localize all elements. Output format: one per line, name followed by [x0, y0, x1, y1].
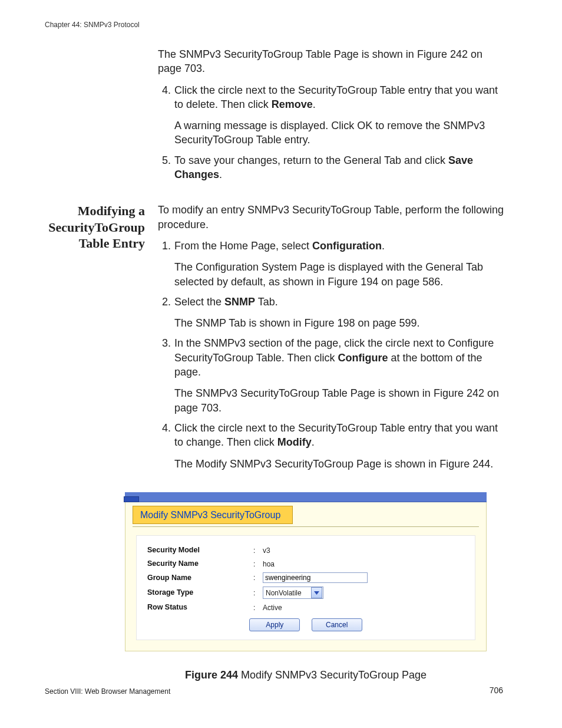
label-storage-type: Storage Type [147, 588, 253, 598]
bold-run: Modify [277, 436, 312, 448]
colon: : [253, 573, 260, 582]
apply-button[interactable]: Apply [249, 618, 300, 631]
cancel-button[interactable]: Cancel [312, 618, 362, 631]
colon: : [253, 588, 260, 598]
step-followup: The Configuration System Page is display… [174, 260, 504, 289]
step-number: 1. [158, 239, 172, 289]
text-run: From the Home Page, select [174, 240, 312, 252]
window-tab-strip [125, 492, 487, 502]
bold-run: Configuration [312, 240, 382, 252]
svg-marker-0 [314, 591, 319, 595]
continuation-block: The SNMPv3 SecurityToGroup Table Page is… [45, 47, 504, 187]
footer-left: Section VIII: Web Browser Management [45, 687, 170, 696]
row-security-name: Security Name : hoa [147, 559, 464, 569]
row-security-model: Security Model : v3 [147, 545, 464, 555]
colon: : [253, 546, 260, 555]
row-row-status: Row Status : Active [147, 602, 464, 612]
step-followup: A warning message is displayed. Click OK… [174, 118, 504, 147]
text-run: . [312, 436, 315, 448]
step-text: Click the circle next to the SecurityToG… [174, 83, 504, 112]
top-step-4: 4. Click the circle next to the Security… [158, 83, 504, 147]
value-security-model: v3 [260, 546, 464, 555]
step-1: 1. From the Home Page, select Configurat… [158, 239, 504, 289]
step-followup: The SNMPv3 SecurityToGroup Table Page is… [174, 386, 504, 415]
step-text: From the Home Page, select Configuration… [174, 239, 504, 253]
procedure-steps: 1. From the Home Page, select Configurat… [158, 239, 504, 471]
content-area: The SNMPv3 SecurityToGroup Table Page is… [45, 47, 504, 683]
text-run: . [382, 240, 385, 252]
step-text: Select the SNMP Tab. [174, 295, 504, 309]
step-text: In the SNMPv3 section of the page, click… [174, 336, 504, 379]
window-tab-icon [124, 496, 139, 502]
bold-run: Configure [338, 352, 388, 364]
step-4: 4. Click the circle next to the Security… [158, 421, 504, 471]
top-steps: 4. Click the circle next to the Security… [158, 83, 504, 182]
intro-para: The SNMPv3 SecurityToGroup Table Page is… [158, 47, 504, 76]
text-run: Click the circle next to the SecurityToG… [174, 84, 498, 110]
section-intro: To modify an entry SNMPv3 SecurityToGrou… [158, 203, 504, 232]
page-number: 706 [490, 685, 503, 696]
row-group-name: Group Name : [147, 572, 464, 583]
running-head: Chapter 44: SNMPv3 Protocol [45, 20, 140, 29]
step-3: 3. In the SNMPv3 section of the page, cl… [158, 336, 504, 414]
chevron-down-icon[interactable] [311, 587, 322, 598]
panel-divider [133, 526, 479, 527]
step-number: 3. [158, 336, 172, 414]
figure-label: Figure 244 [185, 669, 238, 681]
text-run: Tab. [255, 296, 278, 308]
figure-caption: Figure 244 Modify SNMPv3 SecurityToGroup… [125, 668, 487, 682]
storage-type-select[interactable]: NonVolatile [263, 587, 323, 599]
label-security-name: Security Name [147, 559, 253, 569]
step-text: To save your changes, return to the Gene… [174, 153, 504, 182]
step-followup: The SNMP Tab is shown in Figure 198 on p… [174, 316, 504, 330]
step-number: 2. [158, 295, 172, 331]
step-number: 5. [158, 153, 172, 182]
button-row: Apply Cancel [147, 618, 464, 631]
step-number: 4. [158, 421, 172, 471]
row-storage-type: Storage Type : NonVolatile [147, 587, 464, 599]
text-run: To save your changes, return to the Gene… [174, 154, 448, 166]
group-name-input[interactable] [263, 572, 368, 583]
label-row-status: Row Status [147, 602, 253, 612]
form-area: Security Model : v3 Security Name : hoa … [136, 535, 475, 640]
step-text: Click the circle next to the SecurityToG… [174, 421, 504, 450]
bold-run: SNMP [224, 296, 255, 308]
label-security-model: Security Model [147, 545, 253, 555]
bold-run: Remove [272, 98, 313, 110]
colon: : [253, 559, 260, 569]
page: Chapter 44: SNMPv3 Protocol The SNMPv3 S… [0, 0, 562, 728]
panel-title: Modify SNMPv3 SecurityToGroup [133, 506, 293, 525]
text-run: Select the [174, 296, 224, 308]
step-number: 4. [158, 83, 172, 147]
value-row-status: Active [260, 603, 464, 612]
colon: : [253, 603, 260, 612]
storage-type-selected: NonVolatile [263, 588, 310, 598]
section-modifying: Modifying a SecurityToGroup Table Entry … [45, 203, 504, 476]
step-followup: The Modify SNMPv3 SecurityToGroup Page i… [174, 457, 504, 471]
figure-caption-text: Modify SNMPv3 SecurityToGroup Page [238, 669, 427, 681]
text-run: . [313, 98, 316, 110]
text-run: . [219, 169, 222, 180]
label-group-name: Group Name [147, 573, 253, 583]
panel: Modify SNMPv3 SecurityToGroup Security M… [125, 502, 487, 651]
text-run: Click the circle next to the SecurityToG… [174, 422, 498, 448]
value-security-name: hoa [260, 559, 464, 569]
section-heading: Modifying a SecurityToGroup Table Entry [45, 203, 145, 476]
figure-244: Modify SNMPv3 SecurityToGroup Security M… [125, 492, 487, 683]
top-step-5: 5. To save your changes, return to the G… [158, 153, 504, 182]
step-2: 2. Select the SNMP Tab. The SNMP Tab is … [158, 295, 504, 331]
